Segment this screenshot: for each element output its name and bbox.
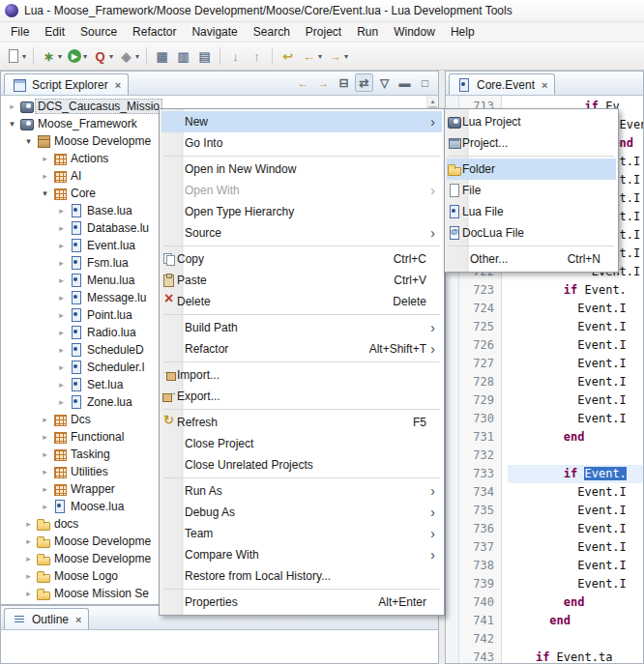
- code-line-738[interactable]: Event.I: [508, 557, 643, 575]
- menu-item-open-with[interactable]: Open With›: [161, 180, 442, 201]
- menu-item-file[interactable]: File: [447, 180, 616, 201]
- tab-core-event[interactable]: Core.Event ×: [449, 73, 555, 95]
- code-line-723[interactable]: if Event.: [508, 281, 643, 300]
- expand-arrow-icon[interactable]: ▸: [54, 223, 69, 233]
- expand-arrow-icon[interactable]: ▸: [38, 415, 52, 424]
- code-line-734[interactable]: Event.I: [508, 483, 643, 502]
- expand-arrow-icon[interactable]: ▸: [38, 171, 52, 181]
- menu-item-go-into[interactable]: Go Into: [161, 132, 442, 154]
- menu-item-source[interactable]: Source›: [161, 222, 442, 244]
- code-line-733[interactable]: if Event.: [508, 465, 643, 483]
- code-line-741[interactable]: end: [508, 612, 643, 630]
- expand-arrow-icon[interactable]: ▸: [38, 502, 52, 511]
- toolbar-run-button[interactable]: ▶▾: [65, 44, 89, 68]
- dropdown-arrow-icon[interactable]: ▾: [135, 52, 139, 61]
- menubar-item-window[interactable]: Window: [386, 23, 443, 41]
- view-menu-icon[interactable]: ▽: [375, 73, 394, 92]
- menubar-item-project[interactable]: Project: [298, 23, 349, 41]
- menubar-item-file[interactable]: File: [3, 23, 37, 41]
- expand-arrow-icon[interactable]: ▸: [54, 258, 69, 268]
- menu-item-open-in-new-window[interactable]: Open in New Window: [161, 159, 442, 180]
- menu-item-build-path[interactable]: Build Path›: [161, 317, 442, 338]
- menu-item-lua-project[interactable]: Lua Project: [447, 111, 616, 132]
- menu-item-compare-with[interactable]: Compare With›: [161, 544, 442, 565]
- menu-item-doclua-file[interactable]: DocLua File: [447, 222, 616, 244]
- collapse-arrow-icon[interactable]: ▾: [21, 136, 36, 146]
- expand-arrow-icon[interactable]: ▸: [38, 449, 52, 459]
- menu-item-refresh[interactable]: RefreshF5: [161, 412, 442, 433]
- close-icon[interactable]: ×: [75, 614, 81, 625]
- expand-arrow-icon[interactable]: ▸: [54, 206, 69, 216]
- maximize-icon[interactable]: □: [416, 73, 434, 92]
- menubar-item-run[interactable]: Run: [349, 23, 386, 41]
- toolbar-forward-button[interactable]: →▾: [325, 44, 350, 68]
- dropdown-arrow-icon[interactable]: ▾: [109, 52, 113, 61]
- menu-item-export[interactable]: Export...: [161, 386, 442, 407]
- collapse-all-icon[interactable]: ⊟: [335, 73, 353, 92]
- toolbar-show-view-2-button[interactable]: ▥: [173, 44, 193, 68]
- dropdown-arrow-icon[interactable]: ▾: [344, 52, 348, 61]
- menubar-item-search[interactable]: Search: [246, 23, 298, 41]
- expand-arrow-icon[interactable]: ▸: [38, 467, 52, 476]
- toolbar-next-annotation-button[interactable]: ↓: [225, 44, 246, 68]
- code-line-725[interactable]: Event.I: [508, 318, 643, 336]
- dropdown-arrow-icon[interactable]: ▾: [318, 52, 322, 61]
- dropdown-arrow-icon[interactable]: ▾: [83, 52, 87, 61]
- menu-item-other[interactable]: Other...Ctrl+N: [447, 248, 616, 270]
- menubar-item-edit[interactable]: Edit: [37, 23, 73, 41]
- expand-arrow-icon[interactable]: ▸: [54, 397, 69, 407]
- menubar-item-navigate[interactable]: Navigate: [184, 23, 245, 41]
- code-line-731[interactable]: end: [508, 428, 643, 447]
- link-with-editor-icon[interactable]: ⇄: [355, 73, 373, 92]
- code-line-732[interactable]: [508, 447, 643, 465]
- menu-item-folder[interactable]: Folder: [447, 159, 616, 180]
- toolbar-new-wizard-button[interactable]: ▾: [4, 44, 28, 68]
- menu-item-lua-file[interactable]: Lua File: [447, 201, 616, 222]
- collapse-arrow-icon[interactable]: ▾: [5, 119, 19, 129]
- toolbar-show-view-3-button[interactable]: ▤: [194, 44, 215, 68]
- tab-script-explorer[interactable]: Script Explorer ×: [4, 73, 129, 95]
- dropdown-arrow-icon[interactable]: ▾: [58, 52, 62, 61]
- menu-item-project[interactable]: Project...: [447, 132, 616, 154]
- collapse-arrow-icon[interactable]: ▾: [38, 188, 52, 198]
- toolbar-back-button[interactable]: ←▾: [299, 44, 324, 68]
- minimize-icon[interactable]: ▬: [395, 73, 414, 92]
- scrollbar-up-icon[interactable]: ▴: [431, 96, 435, 106]
- code-line-724[interactable]: Event.I: [508, 300, 643, 318]
- code-line-737[interactable]: Event.I: [508, 538, 643, 557]
- menu-item-debug-as[interactable]: Debug As›: [161, 502, 442, 523]
- toolbar-show-view-1-button[interactable]: ▦: [152, 44, 172, 68]
- code-line-728[interactable]: Event.I: [508, 373, 643, 391]
- code-line-735[interactable]: Event.I: [508, 502, 643, 520]
- menu-item-paste[interactable]: PasteCtrl+V: [161, 270, 442, 291]
- code-line-730[interactable]: Event.I: [508, 410, 643, 428]
- menu-item-properties[interactable]: PropertiesAlt+Enter: [161, 592, 442, 613]
- menubar-item-help[interactable]: Help: [443, 23, 483, 41]
- menu-item-run-as[interactable]: Run As›: [161, 480, 442, 502]
- expand-arrow-icon[interactable]: ▸: [38, 154, 52, 163]
- menu-item-close-unrelated-projects[interactable]: Close Unrelated Projects: [161, 454, 442, 476]
- toolbar-coverage-button[interactable]: Q▾: [90, 44, 115, 68]
- close-icon[interactable]: ×: [542, 79, 547, 91]
- expand-arrow-icon[interactable]: ▸: [54, 275, 69, 285]
- code-line-726[interactable]: Event.I: [508, 336, 643, 355]
- expand-arrow-icon[interactable]: ▸: [54, 310, 69, 320]
- expand-arrow-icon[interactable]: ▸: [21, 571, 36, 581]
- toolbar-external-tools-button[interactable]: ◈▾: [116, 44, 141, 68]
- tab-outline[interactable]: Outline ×: [4, 608, 89, 629]
- code-line-736[interactable]: Event.I: [508, 520, 643, 538]
- expand-arrow-icon[interactable]: ▸: [21, 536, 36, 546]
- code-line-739[interactable]: Event.I: [508, 575, 643, 593]
- menubar-item-source[interactable]: Source: [73, 23, 125, 41]
- expand-arrow-icon[interactable]: ▸: [54, 362, 69, 372]
- expand-arrow-icon[interactable]: ▸: [5, 101, 19, 111]
- menu-item-new[interactable]: New›: [161, 111, 442, 132]
- dropdown-arrow-icon[interactable]: ▾: [22, 52, 26, 61]
- expand-arrow-icon[interactable]: ▸: [54, 241, 69, 250]
- menu-item-copy[interactable]: CopyCtrl+C: [161, 248, 442, 270]
- code-line-740[interactable]: end: [508, 593, 643, 612]
- menu-item-open-type-hierarchy[interactable]: Open Type Hierarchy: [161, 201, 442, 222]
- menubar-item-refactor[interactable]: Refactor: [125, 23, 184, 41]
- expand-arrow-icon[interactable]: ▸: [38, 432, 52, 442]
- code-line-743[interactable]: if Event.ta: [508, 649, 643, 663]
